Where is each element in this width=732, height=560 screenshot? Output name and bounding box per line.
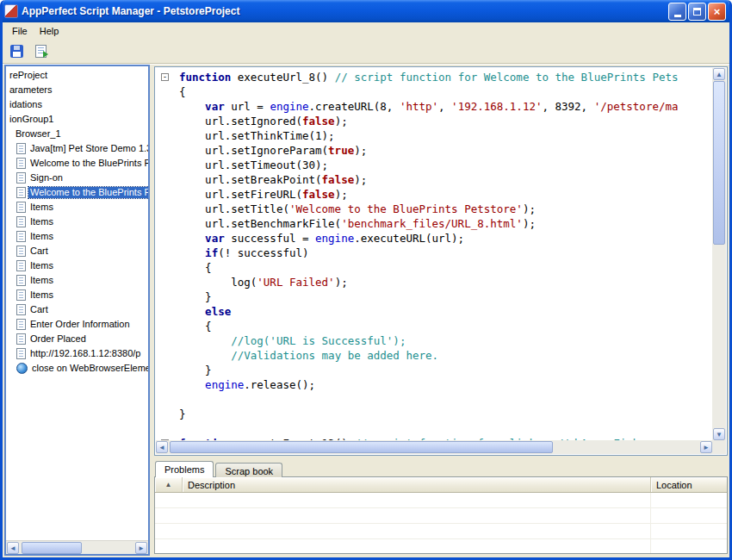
menu-help[interactable]: Help [34,24,65,38]
tree-item-label: Order Placed [28,333,88,345]
tree-item-label: idations [8,99,44,110]
tree-item[interactable]: Items [6,200,148,215]
code-line: url.setIgnoreParam(true); [156,143,712,158]
code-area[interactable]: -function executeUrl_8() // script funct… [156,68,712,440]
tree-item-label: Sign-on [28,172,65,184]
close-button[interactable]: × [708,3,726,21]
tree-item[interactable]: Items [6,258,148,273]
document-icon [16,289,26,301]
tree-item-label: Welcome to the BluePrints Pe [28,158,148,169]
tree-item[interactable]: Cart [6,302,148,317]
tree-item-label: Cart [28,246,50,257]
tree-item[interactable]: http://192.168.1.12:8380/p [6,346,148,361]
tree-item[interactable]: ionGroup1 [6,112,148,127]
fold-toggle-icon[interactable]: - [161,73,169,81]
problems-table-body [155,493,727,553]
minimize-button[interactable] [668,3,686,21]
tree-item-label: Items [28,216,55,227]
code-line: url.setTimeout(30); [156,158,712,172]
scroll-left-icon[interactable]: ◄ [7,542,19,554]
tree-item[interactable]: Browser_1 [6,127,148,141]
code-line: url.setFireURL(false); [156,187,712,202]
document-icon [16,202,26,213]
document-icon [16,231,26,242]
tree-item[interactable]: arameters [6,83,148,97]
description-column-header[interactable]: Description [183,477,651,492]
tree-item[interactable]: Welcome to the BluePrints Pe [6,185,148,200]
app-window: AppPerfect Script Manager - PetstoreProj… [0,0,732,560]
tree-item[interactable]: Items [6,215,148,229]
script-document-button[interactable] [31,42,50,61]
tree-item[interactable]: Cart [6,244,148,258]
scroll-right-icon[interactable]: ► [135,542,147,554]
script-document-icon [35,45,47,58]
problems-table: ▲ Description Location [154,476,728,554]
script-editor[interactable]: -function executeUrl_8() // script funct… [154,66,728,456]
close-icon: × [714,5,721,18]
maximize-button[interactable] [688,3,706,21]
editor-vscrollbar-thumb[interactable] [713,81,725,245]
tree-item-label: Java[tm] Pet Store Demo 1.3 [28,143,148,154]
tree-item[interactable]: close on WebBrowserElemen [6,361,148,376]
tree-item[interactable]: Items [6,288,148,302]
document-icon [16,333,26,345]
minimize-icon [674,15,681,17]
document-icon [16,143,26,154]
tree-item[interactable]: Java[tm] Pet Store Demo 1.3 [6,141,148,156]
code-line: { [156,319,712,333]
code-line: } [156,407,712,421]
app-icon [4,4,18,18]
code-line: log('URL Failed'); [156,275,712,289]
document-icon [16,187,26,198]
editor-horizontal-scrollbar[interactable]: ◄ ► [156,440,712,454]
document-icon [16,216,26,227]
document-icon [16,275,26,286]
code-line: if(! successful) [156,246,712,260]
tab-problems[interactable]: Problems [155,461,214,477]
code-line: var url = engine.createURL(8, 'http', '1… [156,99,712,114]
window-title: AppPerfect Script Manager - PetstoreProj… [22,5,668,17]
sort-column-header[interactable]: ▲ [155,477,183,492]
tree-item[interactable]: Items [6,229,148,244]
scrollbar-corner [712,440,726,454]
code-line: url.setIgnored(false); [156,114,712,128]
tree-item-label: Items [28,275,55,286]
tree-item[interactable]: Order Placed [6,332,148,346]
document-icon [16,260,26,271]
document-icon [16,158,26,169]
tree-item[interactable]: Welcome to the BluePrints Pe [6,156,148,171]
tree-item[interactable]: Enter Order Information [6,317,148,332]
titlebar[interactable]: AppPerfect Script Manager - PetstoreProj… [0,0,732,22]
tree-item-label: http://192.168.1.12:8380/p [28,348,142,359]
code-line: engine.release(); [156,377,712,392]
tree-item[interactable]: Items [6,273,148,288]
tree-item[interactable]: Sign-on [6,171,148,185]
sidebar-horizontal-scrollbar[interactable]: ◄ ► [6,540,148,554]
editor-hscrollbar-thumb[interactable] [170,441,553,453]
scroll-up-icon[interactable]: ▲ [713,68,725,80]
menu-file[interactable]: File [6,24,34,38]
save-button[interactable] [7,42,26,61]
code-line: else [156,304,712,319]
scroll-left-icon[interactable]: ◄ [156,441,168,453]
code-line: } [156,363,712,377]
code-line [156,421,712,436]
code-line: -function executeUrl_8() // script funct… [156,70,712,84]
tree-item-label: reProject [8,70,49,81]
code-line: { [156,84,712,99]
document-icon [16,304,26,315]
tree-list: reProjectarametersidationsionGroup1Brows… [6,68,148,540]
location-column-header[interactable]: Location [651,477,727,492]
sidebar-scrollbar-thumb[interactable] [22,542,82,554]
tree-item[interactable]: idations [6,97,148,112]
code-line: url.setThinkTime(1); [156,128,712,143]
editor-vertical-scrollbar[interactable]: ▲ ▼ [712,68,726,440]
tab-scrap-book[interactable]: Scrap book [215,463,282,477]
scroll-right-icon[interactable]: ► [700,441,712,453]
tree-item-label: arameters [8,84,54,96]
scroll-down-icon[interactable]: ▼ [713,428,725,440]
tree-item[interactable]: reProject [6,68,148,83]
project-tree-panel: reProjectarametersidationsionGroup1Brows… [4,65,150,556]
code-line: //log('URL is Successful'); [156,333,712,348]
tree-item-label: Items [28,260,55,271]
